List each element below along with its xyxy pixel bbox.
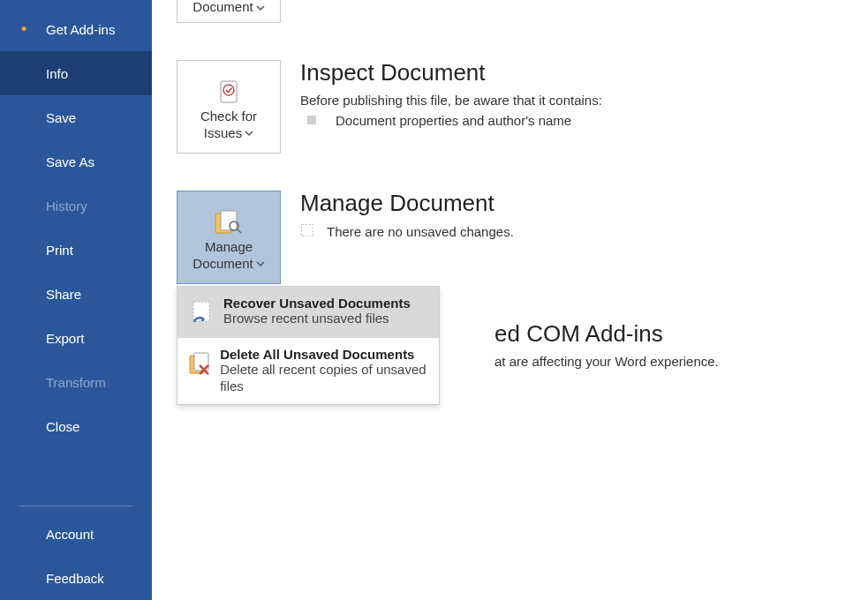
protect-document-button[interactable]: Document [177, 0, 281, 23]
inspect-bullet-text: Document properties and author's name [336, 113, 571, 128]
inspect-description: Before publishing this file, be aware th… [300, 93, 602, 108]
dropdown-item-title: Recover Unsaved Documents [223, 296, 411, 311]
sidebar-item-share[interactable]: Share [0, 272, 152, 316]
dropdown-item-subtitle: Delete all recent copies of unsaved file… [220, 362, 428, 395]
sidebar-item-label: Share [46, 287, 81, 302]
manage-status-row: There are no unsaved changes. [300, 223, 514, 240]
dropdown-item-recover-unsaved[interactable]: Recover Unsaved Documents Browse recent … [177, 287, 439, 338]
svg-rect-6 [302, 224, 313, 236]
addins-desc-fragment: at are affecting your Word experience. [494, 354, 719, 369]
sidebar-item-get-add-ins[interactable]: Get Add-ins [0, 7, 152, 51]
sidebar-item-account[interactable]: Account [0, 512, 152, 556]
button-label-line: Document [192, 256, 253, 273]
check-for-issues-button[interactable]: Check for Issues [177, 60, 281, 154]
sidebar-item-label: Get Add-ins [46, 22, 115, 37]
manage-content: Manage Document There are no unsaved cha… [300, 191, 514, 240]
bullet-marker-icon [307, 116, 316, 124]
addins-heading-fragment: ed COM Add-ins [494, 321, 719, 347]
dropdown-item-title: Delete All Unsaved Documents [220, 347, 428, 362]
sidebar-item-label: History [46, 199, 87, 214]
sidebar-divider [19, 506, 132, 506]
info-pane: Document Check for Issues [152, 0, 868, 600]
inspect-document-section: Check for Issues Inspect Document Before… [177, 60, 602, 154]
sidebar-item-label: Account [46, 527, 94, 542]
sidebar-item-info[interactable]: Info [0, 51, 152, 95]
manage-status-text: There are no unsaved changes. [327, 224, 514, 239]
button-label-line: Check for [200, 109, 257, 125]
sidebar-item-label: Close [46, 419, 79, 434]
svg-line-5 [238, 229, 241, 233]
sidebar-item-feedback[interactable]: Feedback [0, 556, 152, 600]
svg-rect-3 [221, 211, 237, 230]
inspect-heading: Inspect Document [300, 60, 602, 86]
dropdown-item-subtitle: Browse recent unsaved files [223, 311, 411, 327]
delete-document-icon [186, 349, 215, 380]
manage-document-section: Manage Document Manage Document There ar… [177, 191, 514, 284]
sidebar-item-label: Print [46, 243, 73, 258]
sidebar-item-history: History [0, 184, 152, 228]
sidebar-item-save[interactable]: Save [0, 95, 152, 139]
manage-document-button[interactable]: Manage Document [177, 191, 281, 284]
sidebar-item-label: Export [46, 331, 84, 346]
backstage-sidebar: Get Add-ins Info Save Save As History Pr… [0, 0, 152, 600]
manage-document-dropdown: Recover Unsaved Documents Browse recent … [177, 286, 440, 405]
dropdown-item-delete-unsaved[interactable]: Delete All Unsaved Documents Delete all … [177, 338, 439, 404]
sidebar-item-label: Transform [46, 375, 106, 390]
sidebar-item-label: Info [46, 66, 68, 81]
button-label-line: Document [192, 0, 253, 16]
chevron-down-icon [245, 129, 253, 138]
sidebar-item-close[interactable]: Close [0, 404, 152, 448]
sidebar-item-print[interactable]: Print [0, 228, 152, 272]
manage-document-icon [214, 210, 244, 239]
sidebar-item-export[interactable]: Export [0, 316, 152, 360]
manage-heading: Manage Document [300, 191, 514, 216]
button-label-line: Manage [205, 239, 253, 256]
chevron-down-icon [256, 4, 265, 12]
unsaved-file-icon [300, 223, 314, 240]
recover-document-icon [186, 297, 218, 329]
sidebar-spacer [0, 448, 152, 495]
sidebar-item-label: Save As [46, 154, 94, 169]
sidebar-item-label: Feedback [46, 571, 104, 586]
sidebar-item-save-as[interactable]: Save As [0, 139, 152, 184]
inspect-content: Inspect Document Before publishing this … [300, 60, 602, 128]
check-document-icon [215, 79, 242, 109]
inspect-bullet-row: Document properties and author's name [300, 113, 602, 128]
chevron-down-icon [256, 259, 265, 268]
sidebar-item-transform: Transform [0, 360, 152, 404]
sidebar-item-label: Save [46, 110, 76, 125]
button-label-line: Issues [204, 125, 242, 142]
